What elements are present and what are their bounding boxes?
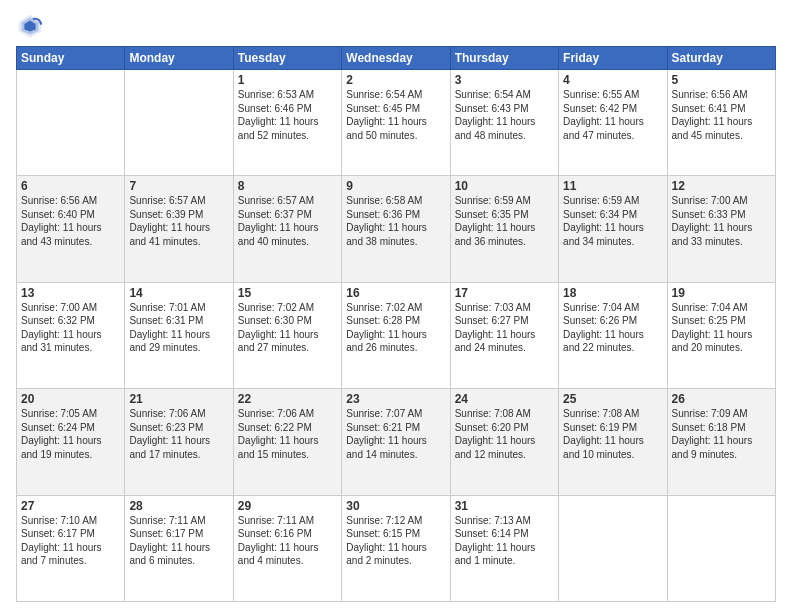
day-info: Sunrise: 7:00 AM Sunset: 6:32 PM Dayligh…	[21, 302, 102, 354]
calendar-cell: 23Sunrise: 7:07 AM Sunset: 6:21 PM Dayli…	[342, 389, 450, 495]
day-info: Sunrise: 6:53 AM Sunset: 6:46 PM Dayligh…	[238, 89, 319, 141]
calendar-cell: 4Sunrise: 6:55 AM Sunset: 6:42 PM Daylig…	[559, 70, 667, 176]
day-number: 29	[238, 499, 337, 513]
week-row-5: 27Sunrise: 7:10 AM Sunset: 6:17 PM Dayli…	[17, 495, 776, 601]
calendar-cell: 31Sunrise: 7:13 AM Sunset: 6:14 PM Dayli…	[450, 495, 558, 601]
day-info: Sunrise: 7:03 AM Sunset: 6:27 PM Dayligh…	[455, 302, 536, 354]
calendar-cell: 28Sunrise: 7:11 AM Sunset: 6:17 PM Dayli…	[125, 495, 233, 601]
day-number: 16	[346, 286, 445, 300]
day-info: Sunrise: 7:04 AM Sunset: 6:25 PM Dayligh…	[672, 302, 753, 354]
calendar-cell	[559, 495, 667, 601]
day-info: Sunrise: 7:01 AM Sunset: 6:31 PM Dayligh…	[129, 302, 210, 354]
week-row-3: 13Sunrise: 7:00 AM Sunset: 6:32 PM Dayli…	[17, 282, 776, 388]
calendar-cell: 13Sunrise: 7:00 AM Sunset: 6:32 PM Dayli…	[17, 282, 125, 388]
calendar-cell: 8Sunrise: 6:57 AM Sunset: 6:37 PM Daylig…	[233, 176, 341, 282]
day-number: 28	[129, 499, 228, 513]
day-number: 25	[563, 392, 662, 406]
week-row-4: 20Sunrise: 7:05 AM Sunset: 6:24 PM Dayli…	[17, 389, 776, 495]
day-info: Sunrise: 7:02 AM Sunset: 6:30 PM Dayligh…	[238, 302, 319, 354]
calendar-cell: 2Sunrise: 6:54 AM Sunset: 6:45 PM Daylig…	[342, 70, 450, 176]
calendar-cell: 15Sunrise: 7:02 AM Sunset: 6:30 PM Dayli…	[233, 282, 341, 388]
day-number: 23	[346, 392, 445, 406]
day-number: 6	[21, 179, 120, 193]
calendar-cell: 1Sunrise: 6:53 AM Sunset: 6:46 PM Daylig…	[233, 70, 341, 176]
calendar-cell: 12Sunrise: 7:00 AM Sunset: 6:33 PM Dayli…	[667, 176, 775, 282]
calendar-table: SundayMondayTuesdayWednesdayThursdayFrid…	[16, 46, 776, 602]
day-number: 12	[672, 179, 771, 193]
day-info: Sunrise: 7:06 AM Sunset: 6:23 PM Dayligh…	[129, 408, 210, 460]
calendar-cell: 9Sunrise: 6:58 AM Sunset: 6:36 PM Daylig…	[342, 176, 450, 282]
logo	[16, 12, 48, 40]
day-info: Sunrise: 7:10 AM Sunset: 6:17 PM Dayligh…	[21, 515, 102, 567]
day-number: 20	[21, 392, 120, 406]
calendar-header: SundayMondayTuesdayWednesdayThursdayFrid…	[17, 47, 776, 70]
day-number: 1	[238, 73, 337, 87]
page: SundayMondayTuesdayWednesdayThursdayFrid…	[0, 0, 792, 612]
day-info: Sunrise: 7:09 AM Sunset: 6:18 PM Dayligh…	[672, 408, 753, 460]
calendar-body: 1Sunrise: 6:53 AM Sunset: 6:46 PM Daylig…	[17, 70, 776, 602]
calendar-cell: 26Sunrise: 7:09 AM Sunset: 6:18 PM Dayli…	[667, 389, 775, 495]
calendar-cell: 6Sunrise: 6:56 AM Sunset: 6:40 PM Daylig…	[17, 176, 125, 282]
day-info: Sunrise: 6:57 AM Sunset: 6:37 PM Dayligh…	[238, 195, 319, 247]
calendar-cell: 10Sunrise: 6:59 AM Sunset: 6:35 PM Dayli…	[450, 176, 558, 282]
day-info: Sunrise: 7:06 AM Sunset: 6:22 PM Dayligh…	[238, 408, 319, 460]
day-info: Sunrise: 6:55 AM Sunset: 6:42 PM Dayligh…	[563, 89, 644, 141]
day-info: Sunrise: 7:02 AM Sunset: 6:28 PM Dayligh…	[346, 302, 427, 354]
calendar-cell: 25Sunrise: 7:08 AM Sunset: 6:19 PM Dayli…	[559, 389, 667, 495]
col-header-sunday: Sunday	[17, 47, 125, 70]
day-info: Sunrise: 7:12 AM Sunset: 6:15 PM Dayligh…	[346, 515, 427, 567]
day-number: 30	[346, 499, 445, 513]
day-number: 22	[238, 392, 337, 406]
day-number: 19	[672, 286, 771, 300]
day-number: 10	[455, 179, 554, 193]
col-header-saturday: Saturday	[667, 47, 775, 70]
calendar-cell: 27Sunrise: 7:10 AM Sunset: 6:17 PM Dayli…	[17, 495, 125, 601]
calendar-cell: 24Sunrise: 7:08 AM Sunset: 6:20 PM Dayli…	[450, 389, 558, 495]
calendar-cell: 16Sunrise: 7:02 AM Sunset: 6:28 PM Dayli…	[342, 282, 450, 388]
day-info: Sunrise: 6:57 AM Sunset: 6:39 PM Dayligh…	[129, 195, 210, 247]
calendar-cell: 29Sunrise: 7:11 AM Sunset: 6:16 PM Dayli…	[233, 495, 341, 601]
day-number: 15	[238, 286, 337, 300]
day-number: 17	[455, 286, 554, 300]
day-number: 3	[455, 73, 554, 87]
day-info: Sunrise: 6:56 AM Sunset: 6:40 PM Dayligh…	[21, 195, 102, 247]
col-header-tuesday: Tuesday	[233, 47, 341, 70]
logo-icon	[16, 12, 44, 40]
day-info: Sunrise: 6:56 AM Sunset: 6:41 PM Dayligh…	[672, 89, 753, 141]
day-number: 11	[563, 179, 662, 193]
col-header-thursday: Thursday	[450, 47, 558, 70]
calendar-cell: 19Sunrise: 7:04 AM Sunset: 6:25 PM Dayli…	[667, 282, 775, 388]
day-number: 27	[21, 499, 120, 513]
calendar-cell: 22Sunrise: 7:06 AM Sunset: 6:22 PM Dayli…	[233, 389, 341, 495]
day-info: Sunrise: 7:08 AM Sunset: 6:19 PM Dayligh…	[563, 408, 644, 460]
day-info: Sunrise: 6:54 AM Sunset: 6:45 PM Dayligh…	[346, 89, 427, 141]
day-number: 13	[21, 286, 120, 300]
calendar-cell	[125, 70, 233, 176]
calendar-cell: 14Sunrise: 7:01 AM Sunset: 6:31 PM Dayli…	[125, 282, 233, 388]
col-header-wednesday: Wednesday	[342, 47, 450, 70]
calendar-cell	[17, 70, 125, 176]
day-number: 21	[129, 392, 228, 406]
day-number: 24	[455, 392, 554, 406]
week-row-2: 6Sunrise: 6:56 AM Sunset: 6:40 PM Daylig…	[17, 176, 776, 282]
day-number: 9	[346, 179, 445, 193]
day-number: 31	[455, 499, 554, 513]
calendar-cell: 3Sunrise: 6:54 AM Sunset: 6:43 PM Daylig…	[450, 70, 558, 176]
day-info: Sunrise: 6:59 AM Sunset: 6:35 PM Dayligh…	[455, 195, 536, 247]
day-info: Sunrise: 7:13 AM Sunset: 6:14 PM Dayligh…	[455, 515, 536, 567]
header	[16, 12, 776, 40]
day-info: Sunrise: 7:11 AM Sunset: 6:16 PM Dayligh…	[238, 515, 319, 567]
calendar-cell: 30Sunrise: 7:12 AM Sunset: 6:15 PM Dayli…	[342, 495, 450, 601]
calendar-cell: 5Sunrise: 6:56 AM Sunset: 6:41 PM Daylig…	[667, 70, 775, 176]
day-number: 5	[672, 73, 771, 87]
day-number: 7	[129, 179, 228, 193]
calendar-cell: 17Sunrise: 7:03 AM Sunset: 6:27 PM Dayli…	[450, 282, 558, 388]
day-number: 14	[129, 286, 228, 300]
calendar-cell: 7Sunrise: 6:57 AM Sunset: 6:39 PM Daylig…	[125, 176, 233, 282]
day-info: Sunrise: 6:54 AM Sunset: 6:43 PM Dayligh…	[455, 89, 536, 141]
calendar-cell: 21Sunrise: 7:06 AM Sunset: 6:23 PM Dayli…	[125, 389, 233, 495]
day-number: 4	[563, 73, 662, 87]
week-row-1: 1Sunrise: 6:53 AM Sunset: 6:46 PM Daylig…	[17, 70, 776, 176]
day-number: 8	[238, 179, 337, 193]
day-number: 26	[672, 392, 771, 406]
